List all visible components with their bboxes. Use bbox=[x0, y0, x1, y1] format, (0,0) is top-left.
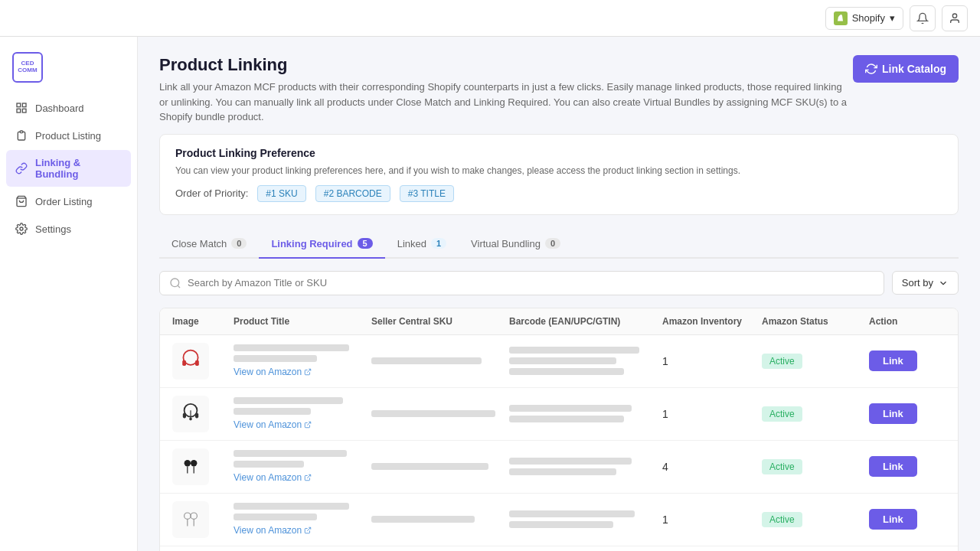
main-content: Product Linking Link all your Amazon MCF… bbox=[138, 37, 980, 551]
link-button-3[interactable]: Link bbox=[869, 456, 917, 477]
linking-icon bbox=[15, 162, 28, 174]
svg-rect-12 bbox=[195, 360, 199, 365]
sidebar-item-dashboard[interactable]: Dashboard bbox=[6, 95, 131, 121]
preference-title: Product Linking Preference bbox=[175, 147, 942, 159]
sidebar-logo: CEDCOMM bbox=[0, 43, 137, 95]
svg-point-8 bbox=[171, 279, 179, 287]
svg-point-21 bbox=[191, 460, 197, 466]
svg-rect-1 bbox=[17, 103, 21, 107]
table-row: View on Amazon 1 Active Link bbox=[160, 335, 958, 388]
svg-point-20 bbox=[185, 460, 191, 466]
view-on-amazon-link-4[interactable]: View on Amazon bbox=[234, 525, 362, 536]
barcode-cell bbox=[509, 405, 662, 422]
svg-rect-5 bbox=[20, 131, 23, 133]
view-on-amazon-link-2[interactable]: View on Amazon bbox=[234, 419, 362, 430]
linked-badge: 1 bbox=[431, 238, 446, 249]
search-input[interactable] bbox=[188, 277, 874, 289]
dashboard-icon bbox=[15, 102, 28, 114]
svg-rect-11 bbox=[182, 360, 186, 365]
sku-cell bbox=[371, 463, 509, 470]
link-button-4[interactable]: Link bbox=[869, 509, 917, 530]
view-on-amazon-link-1[interactable]: View on Amazon bbox=[234, 367, 362, 377]
inventory-cell-2: 1 bbox=[662, 408, 762, 420]
svg-point-26 bbox=[191, 513, 197, 519]
table-row: View on Amazon 1 Active Link bbox=[160, 494, 958, 546]
col-sku: Seller Central SKU bbox=[371, 316, 509, 327]
product-image bbox=[172, 448, 209, 485]
sidebar-item-product-listing[interactable]: Product Listing bbox=[6, 122, 131, 148]
action-cell: Link bbox=[869, 509, 946, 530]
sidebar-item-label: Settings bbox=[35, 223, 71, 235]
action-cell: Link bbox=[869, 456, 946, 477]
page-description: Link all your Amazon MCF products with t… bbox=[159, 80, 848, 125]
link-button-2[interactable]: Link bbox=[869, 403, 917, 424]
settings-icon bbox=[15, 223, 28, 235]
tab-linking-required[interactable]: Linking Required 5 bbox=[259, 230, 384, 259]
search-icon bbox=[169, 277, 181, 289]
close-match-badge: 0 bbox=[231, 238, 247, 249]
sidebar-nav: Dashboard Product Listing Linking & Bund… bbox=[0, 95, 137, 242]
page-title: Product Linking bbox=[159, 55, 848, 75]
barcode-cell bbox=[509, 458, 662, 475]
page-header: Product Linking Link all your Amazon MCF… bbox=[159, 55, 959, 125]
link-catalog-button[interactable]: Link Catalog bbox=[853, 55, 959, 83]
sidebar-item-label: Order Listing bbox=[35, 196, 92, 207]
table-row: View on Amazon 4 Active Link bbox=[160, 441, 958, 494]
linking-required-badge: 5 bbox=[358, 238, 373, 249]
status-cell: Active bbox=[762, 512, 869, 527]
sidebar-item-order-listing[interactable]: Order Listing bbox=[6, 188, 131, 214]
product-listing-icon bbox=[15, 129, 28, 142]
tab-virtual-bundling[interactable]: Virtual Bundling 0 bbox=[459, 230, 573, 259]
col-image: Image bbox=[172, 316, 234, 327]
status-badge: Active bbox=[762, 406, 802, 422]
notification-button[interactable] bbox=[910, 5, 936, 31]
logo-box: CEDCOMM bbox=[12, 52, 43, 83]
svg-line-29 bbox=[307, 527, 311, 531]
action-cell: Link bbox=[869, 403, 946, 424]
status-cell: Active bbox=[762, 354, 869, 369]
top-bar: Shopify ▾ bbox=[0, 0, 980, 37]
svg-rect-15 bbox=[183, 412, 186, 418]
blurred-title bbox=[234, 344, 349, 351]
col-status: Amazon Status bbox=[762, 316, 869, 327]
chevron-down-icon bbox=[938, 278, 949, 289]
col-barcode: Barcode (EAN/UPC/GTIN) bbox=[509, 316, 662, 327]
svg-rect-3 bbox=[22, 109, 26, 112]
product-image bbox=[172, 501, 209, 538]
svg-line-13 bbox=[307, 369, 311, 373]
shopify-label: Shopify bbox=[852, 12, 885, 24]
status-cell: Active bbox=[762, 459, 869, 474]
sidebar-item-settings[interactable]: Settings bbox=[6, 216, 131, 242]
shopify-selector[interactable]: Shopify ▾ bbox=[825, 7, 903, 30]
product-title-cell: View on Amazon bbox=[234, 344, 371, 377]
svg-rect-16 bbox=[195, 412, 198, 418]
blurred-title-2 bbox=[234, 355, 317, 362]
tab-linked[interactable]: Linked 1 bbox=[385, 230, 459, 259]
external-link-icon bbox=[304, 527, 312, 534]
preference-card: Product Linking Preference You can view … bbox=[159, 134, 959, 215]
sku-cell bbox=[371, 410, 509, 417]
order-icon bbox=[15, 195, 28, 207]
priority-row: Order of Priority: #1 SKU #2 BARCODE #3 … bbox=[175, 185, 942, 202]
table-row: View on Amazon 4 Active Link bbox=[160, 546, 958, 552]
status-badge: Active bbox=[762, 354, 802, 369]
sidebar-item-linking-bundling[interactable]: Linking & Bundling bbox=[6, 150, 131, 187]
sort-button[interactable]: Sort by bbox=[892, 271, 959, 295]
sidebar-item-label: Linking & Bundling bbox=[35, 157, 122, 180]
svg-line-19 bbox=[307, 422, 311, 425]
table-header: Image Product Title Seller Central SKU B… bbox=[160, 308, 958, 335]
view-on-amazon-link-3[interactable]: View on Amazon bbox=[234, 472, 362, 483]
external-link-icon bbox=[304, 421, 312, 429]
link-button-1[interactable]: Link bbox=[869, 350, 917, 371]
headphones-red-img bbox=[177, 347, 204, 375]
sku-cell bbox=[371, 357, 509, 364]
toolbar: Sort by bbox=[159, 271, 959, 295]
preference-description: You can view your product linking prefer… bbox=[175, 165, 942, 176]
col-product-title: Product Title bbox=[234, 316, 371, 327]
status-badge: Active bbox=[762, 459, 802, 474]
tab-close-match[interactable]: Close Match 0 bbox=[159, 230, 259, 259]
priority-tag-1: #1 SKU bbox=[257, 185, 305, 202]
product-title-cell: View on Amazon bbox=[234, 450, 371, 483]
account-button[interactable] bbox=[942, 5, 968, 31]
sidebar-item-label: Dashboard bbox=[35, 103, 84, 114]
